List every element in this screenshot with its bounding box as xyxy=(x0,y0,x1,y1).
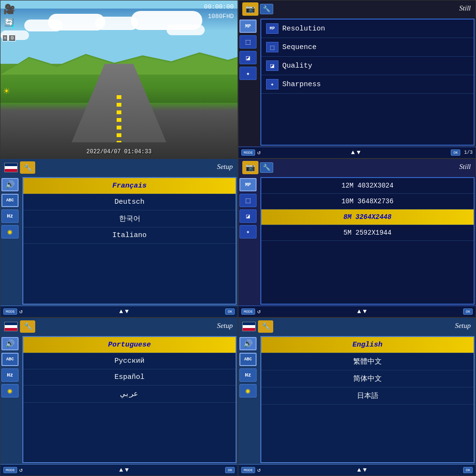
back-btn-l2[interactable]: ↺ xyxy=(19,466,22,474)
still-item-sharpness[interactable]: ✦ Sharpness xyxy=(261,75,474,94)
still-title: Still xyxy=(459,4,471,12)
ok-btn-l2[interactable]: OK xyxy=(225,467,235,473)
down-btn-l3[interactable]: ▼ xyxy=(363,466,367,474)
sidebar-sun-l2[interactable]: ✺ xyxy=(1,384,19,397)
ok-btn-l3[interactable]: OK xyxy=(463,467,473,473)
still-res-camera-icon: 📷 xyxy=(242,161,258,174)
flag-icon-lang1 xyxy=(4,163,18,172)
ok-btn-sr[interactable]: OK xyxy=(463,308,473,315)
setup-lang3-sidebar: 🔊 ABC Hz ✺ xyxy=(238,335,259,464)
ok-btn[interactable]: OK xyxy=(451,149,460,156)
lang-item-francais[interactable]: Français xyxy=(23,178,236,194)
mode-btn-l3[interactable]: MODE xyxy=(241,467,255,473)
res-item-12m[interactable]: 12M 4032X3024 xyxy=(261,178,474,194)
up-btn[interactable]: ▲ xyxy=(351,149,355,156)
setup-lang2-panel: 🔧 Setup 🔊 ABC Hz ✺ Portuguese Русский Es… xyxy=(0,317,238,476)
sidebar-hz-l3[interactable]: Hz xyxy=(239,368,257,382)
setup-lang3-title: Setup xyxy=(455,322,471,330)
still-sidebar-seq[interactable]: ⬚ xyxy=(239,35,257,49)
still-res-content: MP ⬚ ◪ ✦ 12M 4032X3024 10M 3648X2736 8M … xyxy=(238,176,476,305)
down-btn-sr[interactable]: ▼ xyxy=(363,308,367,315)
lang-item-italiano[interactable]: Italiano xyxy=(23,228,236,244)
lang-item-korean[interactable]: 한국어 xyxy=(23,210,236,228)
res-item-10m[interactable]: 10M 3648X2736 xyxy=(261,194,474,209)
sidebar-abc-l3[interactable]: ABC xyxy=(239,353,257,366)
sidebar-speaker[interactable]: 🔊 xyxy=(1,178,19,191)
rotate-badge: 2 xyxy=(12,24,15,30)
still-res-sidebar-seq[interactable]: ⬚ xyxy=(239,194,257,207)
lang-item-trad-chinese[interactable]: 繁體中文 xyxy=(261,353,474,370)
lang-item-japanese[interactable]: 日本語 xyxy=(261,387,474,405)
sidebar-sun[interactable]: ✺ xyxy=(1,225,19,238)
setup-lang2-content: 🔊 ABC Hz ✺ Portuguese Русский Español عر… xyxy=(0,335,238,464)
res-item-8m[interactable]: 8M 3264X2448 xyxy=(261,209,474,225)
still-sidebar-mp[interactable]: MP xyxy=(239,20,257,33)
lang-item-portuguese[interactable]: Portuguese xyxy=(23,337,236,353)
lang-item-russian[interactable]: Русский xyxy=(23,353,236,369)
still-res-sidebar-mp[interactable]: MP xyxy=(239,178,257,191)
setup-lang3-header: 🔧 Setup xyxy=(238,318,476,335)
still-res-wrench-icon: 🔧 xyxy=(260,162,273,173)
sidebar-abc-l2[interactable]: ABC xyxy=(1,353,19,366)
still-res-list: 12M 4032X3024 10M 3648X2736 8M 3264X2448… xyxy=(260,177,475,304)
res-item-5m[interactable]: 5M 2592X1944 xyxy=(261,225,474,241)
mode-btn-sr[interactable]: MODE xyxy=(241,308,255,315)
ok-btn-l1[interactable]: OK xyxy=(225,308,235,315)
lang-item-english[interactable]: English xyxy=(261,337,474,353)
lang-item-spanish[interactable]: Español xyxy=(23,369,236,386)
sidebar-abc[interactable]: ABC xyxy=(1,194,19,207)
road-line xyxy=(117,95,121,142)
down-btn-l2[interactable]: ▼ xyxy=(125,466,129,474)
still-item-quality[interactable]: ◪ Quality xyxy=(261,57,474,75)
still-sidebar: MP ⬚ ◪ ✦ xyxy=(238,18,259,147)
still-sidebar-sharp[interactable]: ✦ xyxy=(239,67,257,80)
mode-btn-l2[interactable]: MODE xyxy=(3,467,17,473)
lang-item-deutsch[interactable]: Deutsch xyxy=(23,194,236,210)
flag-icon-lang3 xyxy=(242,322,256,331)
resolution-label: 1080FHD xyxy=(208,13,234,20)
lang-item-arabic[interactable]: عربي xyxy=(23,386,236,403)
mode-btn-l1[interactable]: MODE xyxy=(3,308,17,315)
camera-icon-box: 📷 xyxy=(242,2,258,16)
still-content: MP ⬚ ◪ ✦ MP Resolution ⬚ Sequence ◪ Qual… xyxy=(238,18,476,147)
setup-lang1-list: Français Deutsch 한국어 Italiano xyxy=(22,177,237,304)
still-item-sequence[interactable]: ⬚ Sequence xyxy=(261,38,474,57)
down-btn[interactable]: ▼ xyxy=(357,149,360,156)
setup-lang2-title: Setup xyxy=(217,322,233,330)
mode-btn[interactable]: MODE xyxy=(241,149,255,156)
still-item-resolution[interactable]: MP Resolution xyxy=(261,20,474,38)
up-btn-sr[interactable]: ▲ xyxy=(357,308,361,315)
up-btn-l3[interactable]: ▲ xyxy=(357,466,361,474)
setup-lang1-header: 🔧 Setup xyxy=(0,159,238,176)
sidebar-speaker-l2[interactable]: 🔊 xyxy=(1,337,19,350)
back-btn-l3[interactable]: ↺ xyxy=(257,466,260,474)
back-btn[interactable]: ↺ xyxy=(257,149,260,156)
still-res-sidebar-sharp[interactable]: ✦ xyxy=(239,225,257,238)
main-grid: 🎥 🔄 2 ± 0 ☀ 00:00:00 1080FHD 2022/04/07 … xyxy=(0,0,476,476)
up-btn-l1[interactable]: ▲ xyxy=(119,308,123,315)
still-res-sidebar-qual[interactable]: ◪ xyxy=(239,209,257,223)
up-btn-l2[interactable]: ▲ xyxy=(119,466,123,474)
setup-lang3-list: English 繁體中文 简体中文 日本語 xyxy=(260,336,475,463)
sidebar-hz-l2[interactable]: Hz xyxy=(1,368,19,382)
lang-item-simp-chinese[interactable]: 简体中文 xyxy=(261,370,474,387)
sidebar-speaker-l3[interactable]: 🔊 xyxy=(239,337,257,350)
back-btn-l1[interactable]: ↺ xyxy=(19,308,22,315)
flag-icon-lang2 xyxy=(4,322,18,331)
down-btn-l1[interactable]: ▼ xyxy=(125,308,129,315)
sidebar-hz[interactable]: Hz xyxy=(1,209,19,223)
sidebar-sun-l3[interactable]: ✺ xyxy=(239,384,257,397)
still-sidebar-qual[interactable]: ◪ xyxy=(239,51,257,64)
setup-lang3-panel: 🔧 Setup 🔊 ABC Hz ✺ English 繁體中文 简体中文 日本語… xyxy=(238,317,476,476)
still-res-header: 📷 🔧 Still xyxy=(238,159,476,176)
exposure-value: 0 xyxy=(9,35,16,41)
wrench-box-lang1: 🔧 xyxy=(20,161,35,174)
back-btn-sr[interactable]: ↺ xyxy=(257,308,260,315)
camera-panel: 🎥 🔄 2 ± 0 ☀ 00:00:00 1080FHD 2022/04/07 … xyxy=(0,0,238,159)
setup-lang2-list: Portuguese Русский Español عربي xyxy=(22,336,237,463)
page-indicator: 1/3 xyxy=(464,150,473,155)
timecode: 00:00:00 xyxy=(204,3,234,10)
sun-wb-icon: ☀ xyxy=(3,85,10,98)
setup-lang1-title: Setup xyxy=(217,163,233,171)
still-header: 📷 🔧 Still xyxy=(238,0,476,18)
